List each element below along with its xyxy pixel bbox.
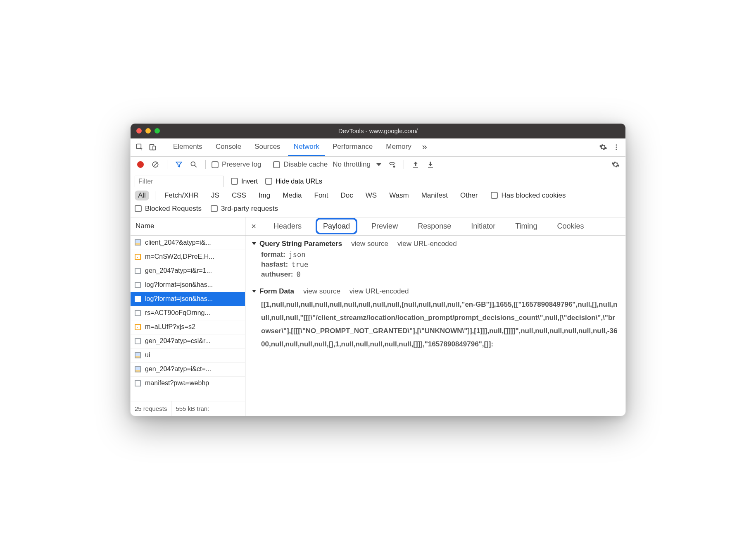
request-row[interactable]: ui [131, 348, 245, 362]
chip-doc[interactable]: Doc [338, 191, 357, 200]
qsp-value: 0 [296, 270, 300, 279]
view-source-link[interactable]: view source [351, 240, 388, 248]
doc-icon [135, 268, 141, 274]
filter-icon[interactable] [173, 159, 185, 170]
query-string-section: Query String Parameters view source view… [245, 236, 625, 283]
chip-media[interactable]: Media [279, 191, 305, 200]
filter-bar: Invert Hide data URLs All Fetch/XHR JS C… [131, 173, 625, 217]
has-blocked-cookies-checkbox[interactable]: Has blocked cookies [491, 191, 566, 200]
zoom-icon[interactable] [155, 128, 160, 134]
request-row[interactable]: client_204?&atyp=i&... [131, 236, 245, 250]
tab-payload[interactable]: Payload [316, 218, 357, 234]
invert-checkbox[interactable]: Invert [231, 178, 258, 185]
tab-memory[interactable]: Memory [380, 138, 417, 156]
tab-console[interactable]: Console [210, 138, 247, 156]
disable-cache-checkbox[interactable]: Disable cache [273, 160, 328, 169]
close-icon[interactable] [136, 128, 142, 134]
qsp-value: json [289, 250, 306, 259]
request-name: m=aLUfP?xjs=s2 [145, 323, 195, 331]
request-name: gen_204?atyp=i&ct=... [145, 365, 211, 373]
more-tabs-icon[interactable]: » [419, 141, 430, 153]
tab-cookies[interactable]: Cookies [552, 219, 590, 233]
tab-response[interactable]: Response [412, 219, 457, 233]
chip-css[interactable]: CSS [228, 191, 250, 200]
request-row[interactable]: gen_204?atyp=i&ct=... [131, 362, 245, 376]
view-url-encoded-link[interactable]: view URL-encoded [397, 240, 457, 248]
chevron-down-icon [252, 290, 256, 293]
request-name: log?format=json&has... [145, 281, 213, 289]
divider [593, 143, 593, 152]
request-row[interactable]: gen_204?atyp=i&r=1... [131, 264, 245, 278]
minimize-icon[interactable] [145, 128, 151, 134]
settings-icon[interactable] [597, 141, 609, 153]
chevron-down-icon [376, 163, 381, 166]
qsp-row: authuser:0 [261, 270, 619, 279]
hide-data-urls-checkbox[interactable]: Hide data URLs [265, 178, 322, 185]
window-titlebar: DevTools - www.google.com/ [131, 124, 625, 138]
request-name: gen_204?atyp=i&r=1... [145, 267, 212, 274]
tab-timing[interactable]: Timing [509, 219, 543, 233]
view-source-link[interactable]: view source [303, 287, 340, 296]
svg-line-9 [195, 166, 197, 167]
svg-point-8 [191, 162, 195, 166]
network-conditions-icon[interactable] [386, 159, 398, 170]
chip-img[interactable]: Img [255, 191, 273, 200]
request-list-footer: 25 requests 555 kB tran: [131, 401, 245, 416]
request-row[interactable]: log?format=json&has... [131, 278, 245, 292]
kebab-menu-icon[interactable] [611, 141, 622, 153]
request-row[interactable]: log?format=json&has... [131, 292, 245, 306]
chip-fetch-xhr[interactable]: Fetch/XHR [161, 191, 202, 200]
divider [404, 160, 404, 169]
tab-elements[interactable]: Elements [167, 138, 208, 156]
invert-label: Invert [241, 178, 258, 185]
blocked-requests-checkbox[interactable]: Blocked Requests [135, 205, 202, 213]
section-title[interactable]: Form Data [252, 287, 294, 296]
traffic-lights [136, 128, 160, 134]
doc-icon [135, 380, 141, 386]
section-title[interactable]: Query String Parameters [252, 240, 342, 248]
record-button[interactable] [135, 159, 146, 170]
tab-performance[interactable]: Performance [327, 138, 378, 156]
request-row[interactable]: rs=ACT90oFqOrnng... [131, 306, 245, 320]
third-party-checkbox[interactable]: 3rd-party requests [211, 205, 278, 213]
upload-har-icon[interactable] [410, 159, 421, 170]
chip-wasm[interactable]: Wasm [386, 191, 412, 200]
detail-body: Query String Parameters view source view… [245, 236, 625, 416]
request-name: log?format=json&has... [145, 295, 213, 303]
close-details-icon[interactable]: × [248, 222, 259, 231]
svg-line-7 [153, 162, 157, 167]
chip-ws[interactable]: WS [362, 191, 380, 200]
request-row[interactable]: m=CnSW2d,DPreE,H... [131, 250, 245, 264]
device-toolbar-icon[interactable] [147, 141, 159, 153]
request-row[interactable]: gen_204?atyp=csi&r... [131, 334, 245, 348]
formdata-title: Form Data [259, 287, 294, 296]
chevron-down-icon [252, 242, 256, 245]
tab-preview[interactable]: Preview [366, 219, 404, 233]
chip-all[interactable]: All [135, 191, 149, 200]
chip-font[interactable]: Font [311, 191, 332, 200]
divider [163, 143, 163, 152]
request-list-header[interactable]: Name [131, 217, 245, 236]
filter-input[interactable] [135, 176, 223, 187]
doc-icon [135, 282, 141, 288]
img-icon [135, 366, 141, 372]
tab-initiator[interactable]: Initiator [465, 219, 501, 233]
chip-js[interactable]: JS [208, 191, 223, 200]
qsp-key: authuser: [261, 270, 293, 279]
clear-icon[interactable] [150, 159, 161, 170]
throttling-select[interactable]: No throttling [331, 160, 383, 169]
inspect-element-icon[interactable] [134, 141, 145, 153]
preserve-log-checkbox[interactable]: Preserve log [212, 160, 261, 169]
chip-manifest[interactable]: Manifest [418, 191, 451, 200]
request-row[interactable]: m=aLUfP?xjs=s2 [131, 320, 245, 334]
tab-headers[interactable]: Headers [268, 219, 307, 233]
tab-network[interactable]: Network [288, 138, 325, 156]
chip-other[interactable]: Other [457, 191, 481, 200]
download-har-icon[interactable] [425, 159, 436, 170]
request-row[interactable]: manifest?pwa=webhp [131, 376, 245, 390]
tab-sources[interactable]: Sources [249, 138, 286, 156]
network-settings-icon[interactable] [610, 159, 621, 170]
search-icon[interactable] [188, 159, 200, 170]
form-data-section: Form Data view source view URL-encoded [… [245, 283, 625, 356]
view-url-encoded-link[interactable]: view URL-encoded [349, 287, 409, 296]
